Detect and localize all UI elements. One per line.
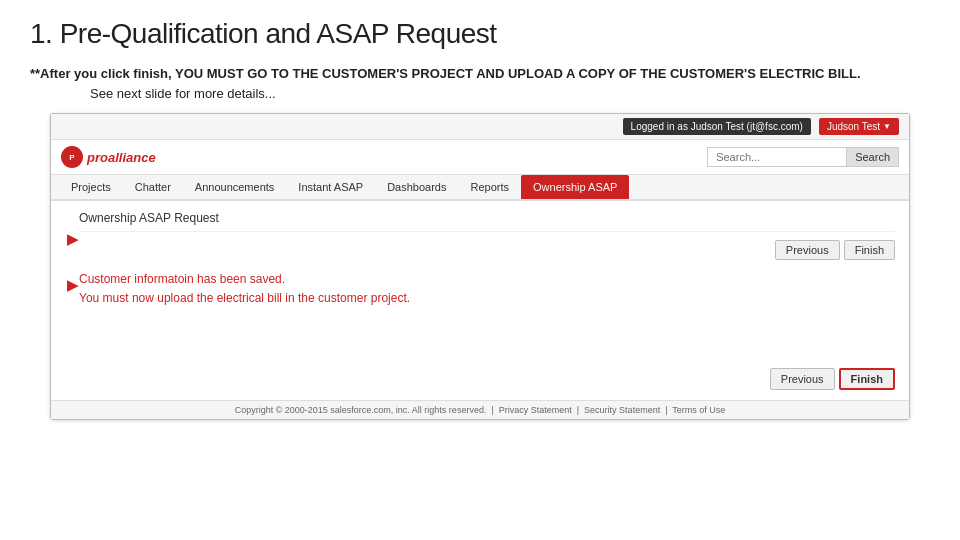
content-header: Ownership ASAP Request — [79, 211, 895, 232]
search-button[interactable]: Search — [847, 147, 899, 167]
top-bar: Logged in as Judson Test (jt@fsc.com) Ju… — [51, 114, 909, 140]
instruction-see-next: See next slide for more details... — [30, 84, 930, 104]
user-button[interactable]: Judson Test ▼ — [819, 118, 899, 135]
logo-icon-symbol: P — [69, 153, 74, 162]
action-bar-top: Previous Finish — [79, 240, 895, 260]
action-bar-bottom: Previous Finish — [79, 368, 895, 390]
tab-instant-asap[interactable]: Instant ASAP — [286, 175, 375, 199]
footer-privacy-link[interactable]: Privacy Statement — [499, 405, 572, 415]
footer-terms-link[interactable]: Terms of Use — [672, 405, 725, 415]
main-content: Ownership ASAP Request Previous Finish C… — [79, 211, 895, 390]
previous-button-top[interactable]: Previous — [775, 240, 840, 260]
app-window: Logged in as Judson Test (jt@fsc.com) Ju… — [50, 113, 910, 420]
tab-dashboards[interactable]: Dashboards — [375, 175, 458, 199]
login-badge: Logged in as Judson Test (jt@fsc.com) — [623, 118, 811, 135]
app-header: P proalliance Search — [51, 140, 909, 175]
app-footer: Copyright © 2000-2015 salesforce.com, in… — [51, 400, 909, 419]
tab-ownership-asap[interactable]: Ownership ASAP — [521, 175, 629, 199]
user-name: Judson Test — [827, 121, 880, 132]
instructions: **After you click finish, YOU MUST GO TO… — [30, 64, 930, 103]
tab-reports[interactable]: Reports — [458, 175, 521, 199]
tab-chatter[interactable]: Chatter — [123, 175, 183, 199]
logo-area: P proalliance — [61, 146, 697, 168]
search-input[interactable] — [707, 147, 847, 167]
search-area: Search — [707, 147, 899, 167]
nav-tabs: Projects Chatter Announcements Instant A… — [51, 175, 909, 201]
left-arrow-icon: ▶ — [67, 231, 78, 247]
instruction-bold: **After you click finish, YOU MUST GO TO… — [30, 66, 861, 81]
content-wrapper: ▶ ▶ Ownership ASAP Request Previous Fini… — [65, 211, 895, 390]
left-arrow-icon-2: ▶ — [67, 277, 78, 293]
tab-projects[interactable]: Projects — [59, 175, 123, 199]
logo-text: proalliance — [87, 150, 156, 165]
side-arrows: ▶ ▶ — [65, 211, 79, 390]
footer-security-link[interactable]: Security Statement — [584, 405, 660, 415]
success-message: Customer informatoin has been saved. You… — [79, 270, 895, 308]
finish-button-bottom[interactable]: Finish — [839, 368, 895, 390]
user-dropdown-arrow-icon: ▼ — [883, 122, 891, 131]
tab-announcements[interactable]: Announcements — [183, 175, 287, 199]
finish-button-top[interactable]: Finish — [844, 240, 895, 260]
logo-icon: P — [61, 146, 83, 168]
previous-button-bottom[interactable]: Previous — [770, 368, 835, 390]
footer-copyright: Copyright © 2000-2015 salesforce.com, in… — [235, 405, 487, 415]
slide-title: 1. Pre-Qualification and ASAP Request — [30, 18, 930, 50]
success-line2: You must now upload the electrical bill … — [79, 289, 895, 308]
success-line1: Customer informatoin has been saved. — [79, 270, 895, 289]
content-area: ▶ ▶ Ownership ASAP Request Previous Fini… — [51, 201, 909, 400]
